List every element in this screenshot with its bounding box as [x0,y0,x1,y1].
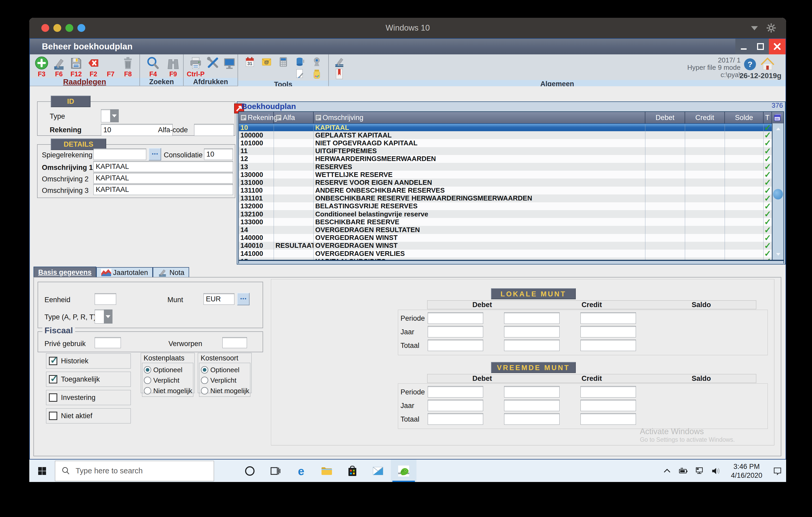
account-row-101000[interactable]: 101000NIET OPGEVRAAGD KAPITAAL [239,139,772,147]
column-header-solde[interactable]: Solde [725,112,763,123]
account-row-132100[interactable]: 132100Conditioneel belastingvrije reserv… [239,210,772,218]
toolbar-calendar-button[interactable]: 31 [241,57,258,68]
radio-kostensoort-optioneel[interactable]: Optioneel [201,365,249,375]
account-row-140010[interactable]: 140010RESULTAATOVERGEDRAGEN WINST [239,242,772,250]
scroll-down-icon[interactable] [776,253,780,258]
account-row-15[interactable]: 15KAPITAALSUBSIDIES [239,257,772,260]
lokale-munt-totaal-credit-input[interactable] [504,339,559,351]
account-row-133000[interactable]: 133000BESCHIKBARE RESERVE [239,218,772,226]
toolbar-save-f12-button[interactable]: F12 [67,56,85,78]
taskbar-taskview-button[interactable] [263,460,288,482]
vreemde-munt-totaal-credit-input[interactable] [504,413,559,425]
verworpen-input[interactable] [222,337,247,348]
vreemde-munt-periode-credit-input[interactable] [504,386,559,398]
vreemde-munt-jaar-saldo-input[interactable] [580,400,636,411]
home-icon[interactable] [760,57,775,71]
scroll-up-icon[interactable] [776,125,780,130]
lokale-munt-totaal-debet-input[interactable] [428,339,483,351]
radio-kostensoort-niet-mogelijk[interactable]: Niet mogelijk [201,386,249,396]
omschrijving1-input[interactable] [93,161,233,172]
toolbar-monitor-button[interactable] [221,56,237,78]
eenheid-input[interactable] [95,293,116,305]
vreemde-munt-periode-saldo-input[interactable] [580,386,636,398]
account-row-131000[interactable]: 131000RESERVE VOOR EIGEN AANDELEN [239,179,772,186]
toolbar-printer-ctrl-p-button[interactable]: Ctrl-P [187,56,205,78]
minimize-button[interactable] [735,39,752,54]
checkbox-row-historiek[interactable]: Historiek [46,354,131,368]
omschrijving2-input[interactable] [93,173,233,183]
vreemde-munt-totaal-saldo-input[interactable] [580,413,636,425]
toolbar-trash-f8-button[interactable]: F8 [119,56,137,78]
checkbox-row-investering[interactable]: Investering [46,390,131,405]
account-row-130000[interactable]: 130000WETTELIJKE RESERVE [239,171,772,179]
account-row-141000[interactable]: 141000OVERGEDRAGEN VERLIES [239,250,772,257]
scrollbar-thumb[interactable] [773,189,783,200]
account-row-11[interactable]: 11UITGIFTEPREMIES [239,147,772,155]
account-row-131101[interactable]: 131101ONBESCHIKBARE RESERVE HERWAARDERIN… [239,194,772,202]
account-row-132000[interactable]: 132000BELASTINGSVRIJE RESERVES [239,202,772,210]
help-icon[interactable]: ? [743,58,757,71]
column-header-options[interactable] [772,112,783,123]
battery-icon[interactable] [678,466,688,476]
omschrijving3-input[interactable] [93,184,233,195]
munt-lookup-button[interactable]: ... [237,293,250,305]
network-icon[interactable] [695,466,704,476]
tab-basis-gegevens[interactable]: Basis gegevens [33,267,96,278]
checkbox-niet-aktief[interactable] [49,412,57,420]
column-header-debet[interactable]: Debet [645,112,685,123]
toolbar-jar-button[interactable] [308,68,325,81]
toolbar-email-button[interactable]: @ [258,57,275,68]
type-aprt-dropdown[interactable] [95,309,113,324]
chevron-down-icon[interactable] [751,26,758,34]
toolbar-note-button[interactable] [291,68,309,81]
lokale-munt-totaal-saldo-input[interactable] [580,339,636,351]
taskbar-store-button[interactable] [340,460,365,482]
gear-icon[interactable] [766,23,777,33]
vreemde-munt-jaar-debet-input[interactable] [428,400,483,411]
toolbar-webcam-button[interactable] [308,57,325,68]
tab-jaartotalen[interactable]: Jaartotalen [96,267,153,278]
account-row-131100[interactable]: 131100ANDERE ONBESCHIKBARE RESERVES [239,187,772,194]
toolbar-group-label-raadplegen[interactable]: Raadplegen [30,78,139,86]
radio-kostensoort-verplicht[interactable]: Verplicht [201,375,249,386]
lokale-munt-periode-saldo-input[interactable] [580,312,636,324]
action-center-icon[interactable] [773,466,782,476]
column-header-rekening[interactable]: Rekening [239,112,274,123]
search-input[interactable] [76,466,201,475]
radio-kostenplaats-verplicht[interactable]: Verplicht [144,375,192,386]
maximize-button[interactable] [752,39,769,54]
alfa-code-input[interactable] [194,124,234,136]
taskbar-mail-button[interactable] [365,460,391,482]
account-row-10[interactable]: 10KAPITAAL [239,123,772,131]
column-header-alfa[interactable]: Alfa [274,112,314,123]
vertical-scrollbar[interactable] [772,123,783,260]
radio-kostenplaats-niet-mogelijk[interactable]: Niet mogelijk [144,386,192,396]
column-header-omschrijving[interactable]: Omschrijving [314,112,645,123]
toolbar-binoculars-f9-button[interactable]: F9 [163,56,183,78]
column-header-credit[interactable]: Credit [685,112,725,123]
toolbar-add-f3-button[interactable]: F3 [33,56,50,78]
tab-nota[interactable]: Nota [153,267,189,278]
toolbar-cancel-f2-button[interactable]: F2 [85,56,102,78]
taskbar-chameleon-button[interactable] [391,460,416,482]
account-row-100000[interactable]: 100000GEPLAATST KAPITAAL [239,131,772,139]
lokale-munt-jaar-credit-input[interactable] [504,326,559,337]
vreemde-munt-totaal-debet-input[interactable] [428,413,483,425]
taskbar-explorer-button[interactable] [314,460,340,482]
munt-input[interactable] [204,293,234,305]
checkbox-investering[interactable] [49,393,57,402]
clock[interactable]: 3:46 PM 4/16/2020 [727,462,766,480]
prive-gebruik-input[interactable] [95,337,121,348]
horizontal-scrollbar[interactable] [239,260,783,264]
lokale-munt-jaar-debet-input[interactable] [428,326,483,337]
checkbox-historiek[interactable] [49,357,57,365]
consolidatie-input[interactable] [204,149,233,160]
account-row-140000[interactable]: 140000OVERGEDRAGEN WINST [239,234,772,242]
tray-expand-icon[interactable] [662,466,672,476]
toolbar-bookmark-button[interactable] [332,68,346,80]
type-dropdown[interactable] [101,109,119,122]
taskbar-search[interactable] [55,461,214,481]
lokale-munt-jaar-saldo-input[interactable] [580,326,636,337]
spiegelrekening-lookup-button[interactable]: ... [149,148,161,160]
toolbar-edit-button[interactable] [332,55,346,67]
